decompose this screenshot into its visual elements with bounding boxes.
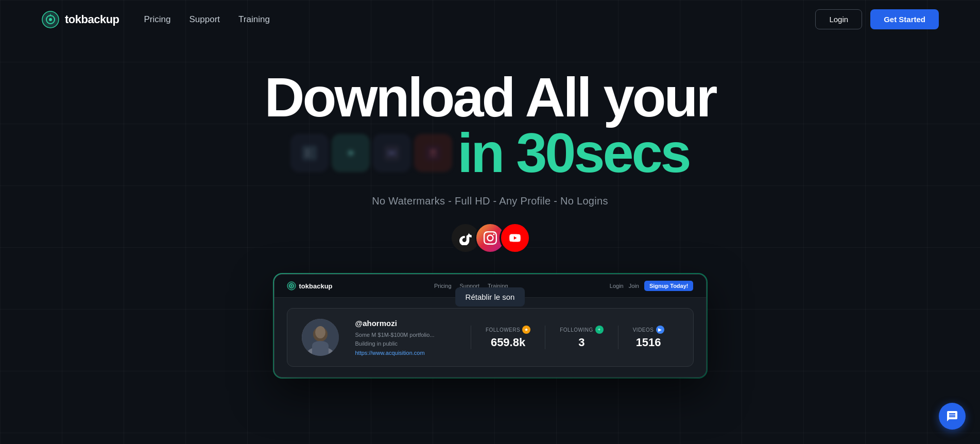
nav-link-support[interactable]: Support (190, 14, 220, 24)
stat-following-label: FOLLOWING + (560, 326, 604, 334)
preview-logo-text: tokbackup (299, 282, 333, 290)
blurred-video-icons (290, 134, 452, 172)
svg-point-2 (49, 18, 52, 21)
hero-section: Download All your (0, 39, 980, 253)
nav-item-support[interactable]: Support (190, 14, 220, 25)
video-thumb-4 (414, 134, 452, 172)
svg-rect-13 (431, 150, 436, 153)
preview-content: @ahormozi Some M $1M-$100M portfolio... … (274, 298, 706, 377)
video-icon: ▶ (656, 326, 664, 334)
preview-login-button[interactable]: Login (610, 283, 624, 289)
chat-support-button[interactable] (939, 403, 966, 430)
preview-wrapper: Rétablir le son tokbackup Pricing Suppor… (264, 274, 717, 378)
svg-rect-4 (305, 148, 310, 158)
profile-info: @ahormozi Some M $1M-$100M portfolio... … (355, 319, 454, 356)
preview-logo: tokbackup (287, 281, 333, 291)
nav-item-training[interactable]: Training (238, 14, 270, 25)
youtube-shorts-icon[interactable] (500, 223, 530, 253)
profile-link[interactable]: https://www.acquisition.com (355, 350, 454, 356)
logo-text: tokbackup (65, 13, 119, 26)
svg-rect-5 (311, 148, 314, 152)
profile-username: @ahormozi (355, 319, 454, 328)
preview-logo-icon (287, 281, 296, 291)
nav-links: Pricing Support Training (144, 14, 270, 25)
stat-videos-value: 1516 (633, 336, 664, 349)
preview-join-button[interactable]: Join (629, 283, 639, 289)
preview-signup-button[interactable]: Signup Today! (644, 281, 694, 291)
avatar-area (302, 319, 339, 356)
preview-nav-right: Login Join Signup Today! (610, 281, 694, 291)
profile-description: Some M $1M-$100M portfolio... Building i… (355, 331, 448, 348)
stats-row: FOLLOWERS ★ 659.8k FOLLOWING + 3 (471, 326, 679, 349)
avatar (302, 319, 339, 356)
nav-left: tokbackup Pricing Support Training (41, 10, 270, 29)
svg-point-20 (315, 326, 325, 338)
nav-right: Login Get Started (815, 9, 939, 29)
stat-videos-label: VIDEOS ▶ (633, 326, 664, 334)
preview-relative: Rétablir le son tokbackup Pricing Suppor… (274, 274, 707, 378)
star-icon: ★ (522, 326, 530, 334)
social-icons-row (21, 223, 959, 253)
stat-followers: FOLLOWERS ★ 659.8k (471, 326, 545, 349)
hero-title-line2: in 30secs (21, 125, 959, 181)
video-thumb-2 (332, 134, 370, 172)
navbar: tokbackup Pricing Support Training Login… (0, 0, 980, 39)
nav-item-pricing[interactable]: Pricing (144, 14, 171, 25)
video-thumb-1 (290, 134, 329, 172)
stat-following: FOLLOWING + 3 (545, 326, 618, 349)
hero-subtitle: No Watermarks - Full HD - Any Profile - … (21, 195, 959, 207)
hero-title-line1: Download All your (21, 70, 959, 125)
profile-card: @ahormozi Some M $1M-$100M portfolio... … (287, 308, 694, 367)
sound-tooltip[interactable]: Rétablir le son (455, 287, 525, 306)
stat-followers-label: FOLLOWERS ★ (486, 326, 530, 334)
nav-link-pricing[interactable]: Pricing (144, 14, 171, 24)
logo-icon (41, 10, 60, 29)
logo[interactable]: tokbackup (41, 10, 119, 29)
stat-followers-value: 659.8k (486, 336, 530, 349)
hero-title-in30: in 30secs (457, 125, 689, 181)
stat-videos: VIDEOS ▶ 1516 (618, 326, 679, 349)
video-thumb-3 (373, 134, 411, 172)
nav-link-training[interactable]: Training (238, 14, 270, 24)
get-started-button[interactable]: Get Started (870, 9, 939, 29)
preview-nav-pricing: Pricing (434, 283, 452, 289)
chat-icon (946, 410, 958, 422)
svg-point-16 (290, 285, 292, 287)
svg-rect-6 (311, 153, 314, 158)
login-button[interactable]: Login (815, 9, 862, 29)
person-icon: + (595, 326, 604, 334)
stat-following-value: 3 (560, 336, 604, 349)
